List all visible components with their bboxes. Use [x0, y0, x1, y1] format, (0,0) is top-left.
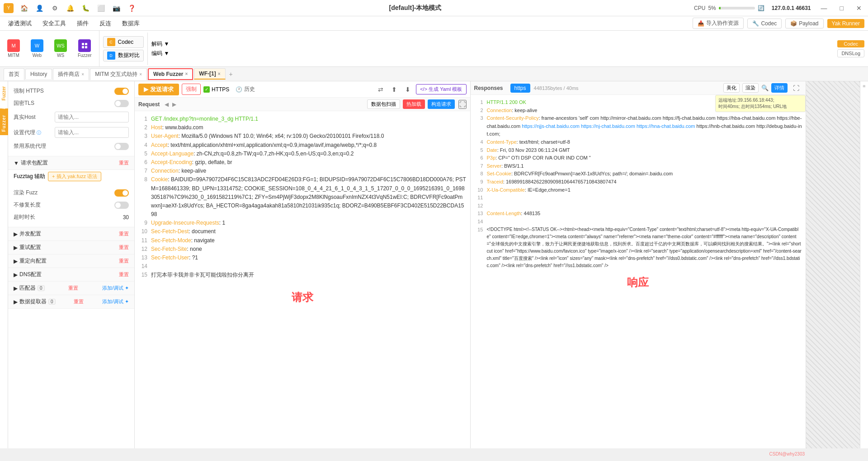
matcher-add[interactable]: 添加/调试 ✦	[102, 285, 129, 292]
force-https-toggle[interactable]	[114, 88, 129, 95]
render-fuzz-toggle[interactable]	[114, 189, 129, 197]
gm-tls-toggle[interactable]	[114, 100, 129, 107]
resp-expand-btn[interactable]: ⛶	[790, 83, 802, 93]
response-code-area[interactable]: 1 HTTP/1.1 200 OK 2 Connection: keep-ali…	[471, 95, 806, 448]
close-btn[interactable]: ✕	[854, 4, 864, 13]
home-icon[interactable]: 🏠	[19, 3, 29, 13]
svg-rect-0	[82, 43, 84, 45]
line-num-12: 12	[138, 245, 147, 254]
camera-icon[interactable]: 📷	[111, 3, 121, 13]
redirect-header[interactable]: ▶ 重定向配置 重置	[8, 254, 134, 268]
codec-row[interactable]: C Codec	[103, 36, 144, 48]
decode-row[interactable]: 解码 ▼	[151, 40, 170, 48]
extractor-num: 0	[48, 299, 56, 305]
user-icon[interactable]: 👤	[34, 3, 44, 13]
concurrent-header[interactable]: ▶ 并发配置 重置	[8, 227, 134, 241]
share-icon-btn[interactable]: ⇄	[375, 85, 386, 94]
settings-icon[interactable]: ⚙	[50, 3, 60, 13]
bug-icon[interactable]: 🐛	[80, 3, 90, 13]
app-icon[interactable]: Y	[4, 3, 14, 13]
tab-home[interactable]: 首页	[4, 68, 24, 80]
search-icon[interactable]: 🔍	[761, 85, 769, 91]
send-request-btn[interactable]: ▶ 发送请求	[138, 84, 179, 95]
code-line-6: 6 Accept-Encoding: gzip, deflate, br	[138, 158, 467, 167]
set-proxy-input[interactable]	[55, 127, 129, 138]
detail-btn[interactable]: 详情	[771, 83, 788, 93]
tab-plugins[interactable]: 插件商店 ×	[53, 68, 89, 80]
info-time: 时间40ms; 总时间1354ms; URL地	[718, 103, 802, 110]
tab-wf1[interactable]: WF-[1] ×	[194, 68, 225, 80]
main-layout: Fuzzer 隐藏 强制 HTTPS 国密TLS 真实Host 设置代理 ⓘ 禁	[0, 81, 868, 448]
mitm-tool-btn[interactable]: M MITM	[4, 38, 24, 60]
data-compare-row[interactable]: D 数据对比	[103, 50, 144, 61]
web-tool-btn[interactable]: W Web	[27, 38, 47, 60]
help-icon[interactable]: ❓	[127, 3, 137, 13]
code-line-9: 9 Upgrade-Insecure-Requests: 1	[138, 219, 467, 227]
codec-menu-btn[interactable]: 🔧 Codec	[747, 19, 782, 28]
matcher-reset[interactable]: 重置	[68, 285, 78, 292]
retry-header[interactable]: ▶ 重试配置 重置	[8, 241, 134, 254]
payload-btn[interactable]: 📦 Payload	[785, 19, 823, 28]
ws-tool-btn[interactable]: WS WS	[51, 38, 71, 60]
menu-reverse[interactable]: 反连	[95, 18, 116, 29]
disable-sys-proxy-toggle[interactable]	[114, 143, 129, 150]
tab-mitm[interactable]: MITM 交互式劫持 ×	[90, 68, 147, 80]
scan-btn[interactable]: 数据包扫描	[367, 99, 400, 109]
request-code-area[interactable]: 1 GET /index.php?tn=monline_3_dg HTTP/1.…	[135, 111, 470, 448]
next-arrow[interactable]: ▶	[171, 101, 178, 108]
menu-database[interactable]: 数据库	[118, 18, 144, 29]
minimize-btn[interactable]: —	[818, 4, 830, 13]
tab-history[interactable]: History	[25, 69, 52, 79]
extractor-reset[interactable]: 重置	[74, 298, 84, 305]
fuzztag-insert-btn[interactable]: + 插入 yak.fuzz 语法	[48, 172, 101, 181]
req-config-header[interactable]: ▼ 请求包配置 重置	[8, 156, 134, 170]
fuzzer-sidebar-item[interactable]: Fuzzer 隐藏	[1, 85, 7, 100]
matcher-header[interactable]: ▶ 匹配器 0 重置 添加/调试 ✦	[8, 282, 134, 295]
menu-plugins[interactable]: 插件	[72, 18, 93, 29]
codec-top-btn[interactable]: Codec	[837, 40, 864, 47]
construct-btn[interactable]: 构造请求	[428, 99, 455, 109]
https-checkbox[interactable]: ✓	[203, 86, 210, 93]
extractor-header[interactable]: ▶ 数据提取器 0 重置 添加/调试 ✦	[8, 295, 134, 309]
resp-tab-https[interactable]: https	[510, 84, 530, 93]
force-btn[interactable]: 强制	[182, 84, 201, 95]
redirect-reset[interactable]: 重置	[119, 258, 129, 264]
tab-wf1-close[interactable]: ×	[218, 71, 221, 76]
bell-icon[interactable]: 🔔	[65, 3, 75, 13]
maximize-btn[interactable]: □	[837, 4, 846, 13]
real-host-input[interactable]	[55, 112, 129, 122]
history-btn[interactable]: 🕐 历史	[236, 85, 255, 93]
concurrent-reset[interactable]: 重置	[119, 230, 129, 237]
resp-content-6: P3p: CP=" OTI DSP COR IVA OUR IND COM "	[487, 154, 591, 162]
prev-arrow[interactable]: ◀	[163, 101, 170, 108]
tab-webfuzzer-close[interactable]: ×	[185, 71, 188, 76]
tab-plugins-close[interactable]: ×	[81, 72, 84, 77]
codec-dns-btns: Codec DNSLog	[837, 40, 864, 57]
mitm-label: MITM	[8, 53, 19, 58]
req-expand-btn[interactable]: ⛶	[458, 100, 467, 109]
tab-mitm-close[interactable]: ×	[139, 72, 142, 77]
retry-reset[interactable]: 重置	[119, 244, 129, 251]
menu-security-tools[interactable]: 安全工具	[38, 18, 71, 29]
fuzzer-series-label[interactable]: Fuzzer 序列	[1, 112, 7, 132]
add-tab-btn[interactable]: +	[226, 70, 236, 79]
fuzzer-tool-btn[interactable]: Fuzzer	[74, 38, 95, 60]
dns-reset[interactable]: 重置	[119, 271, 129, 278]
beautify-btn[interactable]: 美化	[723, 83, 740, 93]
menu-pentest[interactable]: 渗透测试	[4, 18, 36, 29]
hot-load-btn[interactable]: 热加载	[403, 99, 425, 109]
dnslog-btn[interactable]: DNSLog	[837, 49, 864, 57]
req-config-reset[interactable]: 重置	[119, 160, 129, 166]
download-icon-btn[interactable]: ⬇	[402, 85, 413, 94]
extractor-add[interactable]: 添加/调试 ✦	[102, 298, 129, 305]
upload-icon-btn[interactable]: ⬆	[389, 85, 400, 94]
yaml-btn[interactable]: </> 生成 Yaml 模板	[416, 84, 466, 94]
terminal-icon[interactable]: ⬜	[96, 3, 106, 13]
encode-row[interactable]: 编码 ▼	[151, 50, 170, 57]
yak-runner-btn[interactable]: Yak Runner	[827, 19, 864, 28]
import-collab-btn[interactable]: 📥 导入协作资源	[693, 18, 744, 29]
tab-webfuzzer[interactable]: Web Fuzzer ×	[148, 68, 193, 80]
no-fix-len-toggle[interactable]	[114, 202, 129, 209]
dns-header[interactable]: ▶ DNS配置 重置	[8, 268, 134, 282]
render-btn[interactable]: 渲染	[742, 83, 759, 93]
